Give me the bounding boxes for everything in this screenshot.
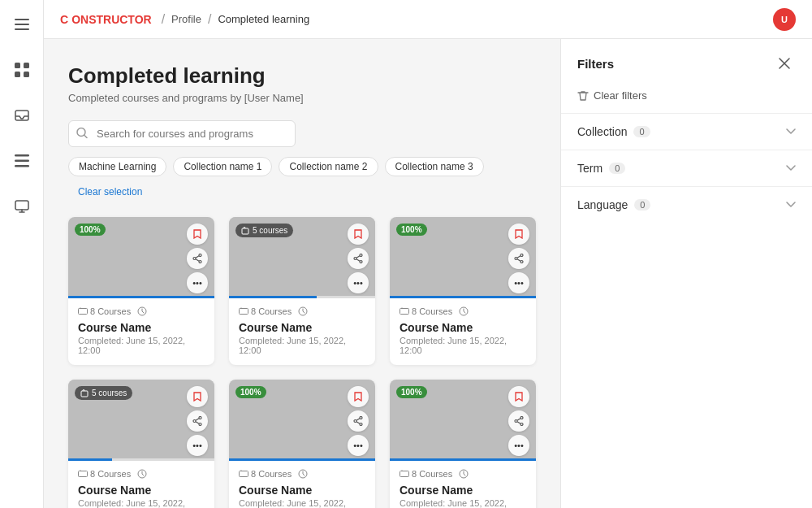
card-more-button[interactable]: ••• — [508, 272, 529, 293]
sidebar-menu-icon[interactable] — [7, 10, 37, 39]
main-wrapper: CONSTRUCTOR / Profile / Completed learni… — [44, 0, 812, 508]
card-bookmark-button[interactable] — [508, 386, 529, 407]
svg-point-19 — [360, 254, 362, 257]
card-meta: 8 Courses — [78, 469, 205, 479]
card-bookmark-button[interactable] — [348, 386, 369, 407]
svg-point-42 — [520, 423, 523, 426]
svg-point-35 — [360, 417, 362, 419]
page-subtitle: Completed courses and programs by [User … — [68, 92, 536, 104]
card-share-button[interactable] — [508, 410, 529, 432]
course-date: Completed: June 15, 2022, 12:00 — [239, 336, 365, 355]
course-card[interactable]: 5 courses ••• — [68, 380, 214, 508]
breadcrumb: / Profile / Completed learning — [158, 12, 310, 27]
progress-bar — [68, 458, 214, 461]
filter-chip[interactable]: Collection name 3 — [385, 157, 484, 176]
course-card[interactable]: 100% ••• — [390, 380, 536, 508]
search-bar — [68, 120, 296, 147]
card-meta: 8 Courses — [78, 306, 205, 316]
progress-fill — [229, 458, 375, 461]
card-actions: ••• — [187, 386, 208, 456]
course-date: Completed: June 15, 2022, 12:00 — [78, 498, 205, 508]
filters-panel: Filters Clear filters Collection — [560, 39, 812, 508]
card-share-button[interactable] — [348, 410, 369, 432]
courses-count: 8 Courses — [78, 306, 131, 316]
sidebar-monitor-icon[interactable] — [7, 192, 37, 221]
card-body: 8 Courses Course Name Completed: June 15… — [390, 298, 536, 365]
breadcrumb-current: Completed learning — [218, 13, 309, 25]
card-meta: 8 Courses — [400, 306, 526, 316]
logo-text: ONSTRUCTOR — [71, 13, 152, 26]
progress-bar — [390, 458, 536, 461]
card-body: 8 Courses Course Name Completed: June 15… — [229, 461, 375, 508]
clear-selection-button[interactable]: Clear selection — [68, 183, 152, 201]
breadcrumb-separator-2: / — [208, 12, 211, 27]
chevron-down-icon — [786, 126, 796, 137]
card-share-button[interactable] — [187, 248, 208, 269]
course-card[interactable]: 100% ••• — [390, 217, 536, 365]
breadcrumb-separator: / — [162, 12, 165, 27]
filter-section-header[interactable]: Term 0 — [561, 150, 812, 186]
card-more-button[interactable]: ••• — [187, 272, 208, 293]
card-share-button[interactable] — [187, 410, 208, 432]
filter-sections: Collection 0 Term 0 Language — [561, 113, 812, 223]
progress-fill — [390, 458, 536, 461]
svg-point-21 — [360, 261, 362, 263]
course-card[interactable]: 100% ••• — [229, 380, 375, 508]
course-name: Course Name — [400, 321, 526, 334]
svg-rect-43 — [400, 471, 409, 477]
filter-section-header[interactable]: Collection 0 — [561, 114, 812, 150]
card-bookmark-button[interactable] — [508, 224, 529, 245]
completion-badge: 100% — [396, 386, 427, 398]
card-bookmark-button[interactable] — [348, 224, 369, 245]
filter-chip[interactable]: Collection name 1 — [173, 157, 272, 176]
svg-rect-9 — [15, 160, 29, 163]
avatar[interactable]: U — [773, 8, 796, 31]
card-meta: 8 Courses — [400, 469, 526, 479]
filter-section-header[interactable]: Language 0 — [561, 187, 812, 223]
filter-chip[interactable]: Collection name 2 — [279, 157, 378, 176]
progress-fill — [68, 458, 112, 461]
card-actions: ••• — [508, 386, 529, 456]
filters-title: Filters — [577, 57, 614, 71]
svg-point-30 — [199, 417, 201, 419]
main-content: Completed learning Completed courses and… — [44, 39, 560, 508]
svg-rect-2 — [15, 28, 29, 30]
card-bookmark-button[interactable] — [187, 224, 208, 245]
chevron-down-icon — [786, 163, 796, 174]
filters-close-button[interactable] — [773, 52, 796, 75]
svg-rect-27 — [400, 309, 409, 315]
svg-rect-3 — [15, 63, 20, 68]
duration-icon — [137, 306, 147, 316]
course-grid: 100% ••• — [68, 217, 536, 508]
progress-bar — [229, 458, 375, 461]
sidebar-inbox-icon[interactable] — [7, 101, 37, 130]
progress-fill — [229, 296, 317, 298]
card-share-button[interactable] — [348, 248, 369, 269]
filter-section: Language 0 — [561, 186, 812, 223]
collection-badge: 5 courses — [75, 386, 132, 400]
card-share-button[interactable] — [508, 248, 529, 269]
card-more-button[interactable]: ••• — [508, 435, 529, 456]
filter-chip[interactable]: Machine Learning — [68, 157, 166, 176]
course-name: Course Name — [78, 321, 205, 334]
svg-rect-38 — [240, 471, 248, 477]
course-card[interactable]: 5 courses ••• — [229, 217, 375, 365]
course-card[interactable]: 100% ••• — [68, 217, 214, 365]
card-more-button[interactable]: ••• — [348, 435, 369, 456]
courses-count: 8 Courses — [239, 469, 292, 479]
card-more-button[interactable]: ••• — [348, 272, 369, 293]
card-bookmark-button[interactable] — [187, 386, 208, 407]
sidebar-list-icon[interactable] — [7, 146, 37, 176]
course-date: Completed: June 15, 2022, 12:00 — [239, 498, 365, 508]
svg-rect-6 — [24, 72, 29, 77]
clear-filters-button[interactable]: Clear filters — [561, 85, 812, 113]
courses-count-label: 8 Courses — [251, 469, 292, 479]
card-more-button[interactable]: ••• — [187, 435, 208, 456]
courses-count: 8 Courses — [400, 306, 452, 316]
breadcrumb-profile-link[interactable]: Profile — [171, 13, 201, 25]
sidebar-grid-icon[interactable] — [7, 55, 37, 85]
search-input[interactable] — [68, 120, 296, 147]
svg-rect-33 — [79, 471, 88, 477]
filter-section-left: Language 0 — [577, 198, 650, 211]
duration-icon — [459, 306, 469, 316]
